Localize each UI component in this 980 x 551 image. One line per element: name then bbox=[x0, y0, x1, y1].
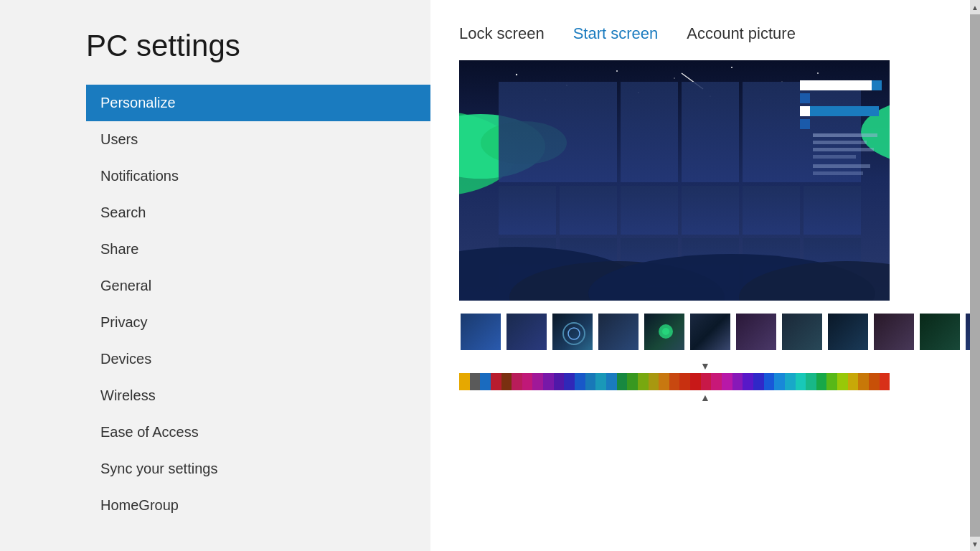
color-swatch-25[interactable] bbox=[722, 373, 732, 390]
background-thumb-3[interactable] bbox=[551, 312, 594, 352]
color-swatch-21[interactable] bbox=[679, 373, 690, 390]
color-swatch-14[interactable] bbox=[606, 373, 617, 390]
svg-rect-26 bbox=[682, 186, 739, 235]
scroll-up-arrow[interactable]: ▲ bbox=[970, 0, 980, 14]
sidebar-item-wireless[interactable]: Wireless bbox=[86, 377, 430, 414]
color-scroll-up[interactable]: ▲ bbox=[459, 392, 951, 403]
svg-point-4 bbox=[674, 77, 674, 78]
svg-rect-38 bbox=[800, 106, 879, 116]
color-swatch-38[interactable] bbox=[858, 373, 869, 390]
tab-start-screen[interactable]: Start screen bbox=[573, 22, 659, 46]
svg-point-1 bbox=[516, 74, 517, 75]
color-swatch-6[interactable] bbox=[522, 373, 533, 390]
svg-rect-36 bbox=[872, 80, 882, 90]
background-thumb-2[interactable] bbox=[505, 312, 548, 352]
sidebar-item-share[interactable]: Share bbox=[86, 231, 430, 268]
svg-rect-45 bbox=[813, 164, 870, 168]
color-swatch-27[interactable] bbox=[743, 373, 753, 390]
svg-rect-37 bbox=[800, 93, 810, 103]
tab-lock-screen[interactable]: Lock screen bbox=[459, 22, 545, 46]
color-swatch-22[interactable] bbox=[690, 373, 701, 390]
sidebar-item-notifications[interactable]: Notifications bbox=[86, 158, 430, 194]
color-swatch-7[interactable] bbox=[532, 373, 543, 390]
color-swatch-34[interactable] bbox=[816, 373, 827, 390]
scroll-down-arrow[interactable]: ▼ bbox=[970, 537, 980, 551]
sidebar-item-devices[interactable]: Devices bbox=[86, 341, 430, 377]
svg-point-51 bbox=[563, 323, 585, 344]
svg-point-5 bbox=[731, 67, 732, 68]
color-swatch-23[interactable] bbox=[701, 373, 712, 390]
sidebar-item-search[interactable]: Search bbox=[86, 194, 430, 231]
color-swatch-35[interactable] bbox=[826, 373, 837, 390]
start-screen-preview bbox=[459, 60, 890, 301]
color-swatch-40[interactable] bbox=[880, 373, 890, 390]
svg-rect-21 bbox=[682, 82, 739, 182]
color-swatch-31[interactable] bbox=[785, 373, 796, 390]
sidebar-item-ease-of-access[interactable]: Ease of Access bbox=[86, 414, 430, 451]
svg-rect-24 bbox=[560, 186, 617, 235]
color-scroll-down[interactable]: ▼ bbox=[459, 360, 951, 372]
color-swatch-39[interactable] bbox=[869, 373, 880, 390]
color-swatch-16[interactable] bbox=[627, 373, 638, 390]
color-swatch-26[interactable] bbox=[732, 373, 743, 390]
color-swatch-29[interactable] bbox=[764, 373, 775, 390]
color-swatch-32[interactable] bbox=[796, 373, 806, 390]
color-swatch-18[interactable] bbox=[649, 373, 659, 390]
svg-rect-40 bbox=[800, 119, 810, 129]
background-thumb-8[interactable] bbox=[781, 312, 824, 352]
background-thumb-9[interactable] bbox=[826, 312, 870, 352]
svg-rect-46 bbox=[813, 171, 863, 175]
svg-rect-39 bbox=[800, 106, 810, 116]
color-swatch-5[interactable] bbox=[512, 373, 522, 390]
background-thumb-4[interactable] bbox=[597, 312, 640, 352]
svg-rect-23 bbox=[499, 186, 556, 235]
color-swatch-24[interactable] bbox=[711, 373, 722, 390]
svg-rect-41 bbox=[813, 133, 877, 137]
color-swatch-15[interactable] bbox=[617, 373, 628, 390]
color-swatch-36[interactable] bbox=[837, 373, 848, 390]
tab-bar: Lock screenStart screenAccount picture bbox=[459, 22, 951, 46]
background-thumb-7[interactable] bbox=[735, 312, 778, 352]
background-thumbnail-strip bbox=[459, 312, 951, 354]
color-swatch-20[interactable] bbox=[669, 373, 680, 390]
svg-point-3 bbox=[616, 70, 618, 72]
svg-rect-25 bbox=[621, 186, 678, 235]
window-scrollbar: ▲ ▼ bbox=[970, 0, 980, 551]
color-swatch-bar bbox=[459, 373, 890, 390]
color-swatch-1[interactable] bbox=[470, 373, 481, 390]
sidebar-item-homegroup[interactable]: HomeGroup bbox=[86, 487, 430, 524]
background-thumb-5[interactable] bbox=[643, 312, 686, 352]
color-swatch-10[interactable] bbox=[564, 373, 575, 390]
color-swatch-30[interactable] bbox=[774, 373, 785, 390]
tab-account-picture[interactable]: Account picture bbox=[687, 22, 796, 46]
color-swatch-37[interactable] bbox=[848, 373, 859, 390]
color-swatch-33[interactable] bbox=[806, 373, 816, 390]
color-swatch-8[interactable] bbox=[543, 373, 554, 390]
color-swatch-4[interactable] bbox=[501, 373, 512, 390]
scroll-thumb[interactable] bbox=[970, 14, 980, 537]
sidebar-item-sync-settings[interactable]: Sync your settings bbox=[86, 451, 430, 487]
color-swatch-3[interactable] bbox=[491, 373, 501, 390]
svg-point-7 bbox=[817, 72, 819, 74]
background-thumb-10[interactable] bbox=[872, 312, 915, 352]
svg-rect-44 bbox=[813, 155, 856, 159]
sidebar-item-privacy[interactable]: Privacy bbox=[86, 304, 430, 341]
sidebar-item-general[interactable]: General bbox=[86, 268, 430, 304]
svg-rect-20 bbox=[621, 82, 678, 182]
color-swatch-28[interactable] bbox=[753, 373, 764, 390]
color-swatch-12[interactable] bbox=[585, 373, 596, 390]
color-swatch-2[interactable] bbox=[480, 373, 491, 390]
sidebar-item-users[interactable]: Users bbox=[86, 121, 430, 158]
color-swatch-17[interactable] bbox=[638, 373, 649, 390]
color-bar-container: ▼ ▲ bbox=[459, 360, 951, 403]
app-title: PC settings bbox=[86, 29, 430, 63]
background-thumb-11[interactable] bbox=[918, 312, 961, 352]
color-swatch-19[interactable] bbox=[659, 373, 669, 390]
color-swatch-13[interactable] bbox=[595, 373, 606, 390]
color-swatch-0[interactable] bbox=[459, 373, 470, 390]
background-thumb-1[interactable] bbox=[459, 312, 502, 352]
sidebar-item-personalize[interactable]: Personalize bbox=[86, 85, 430, 121]
color-swatch-9[interactable] bbox=[554, 373, 565, 390]
background-thumb-6[interactable] bbox=[689, 312, 732, 352]
color-swatch-11[interactable] bbox=[575, 373, 585, 390]
